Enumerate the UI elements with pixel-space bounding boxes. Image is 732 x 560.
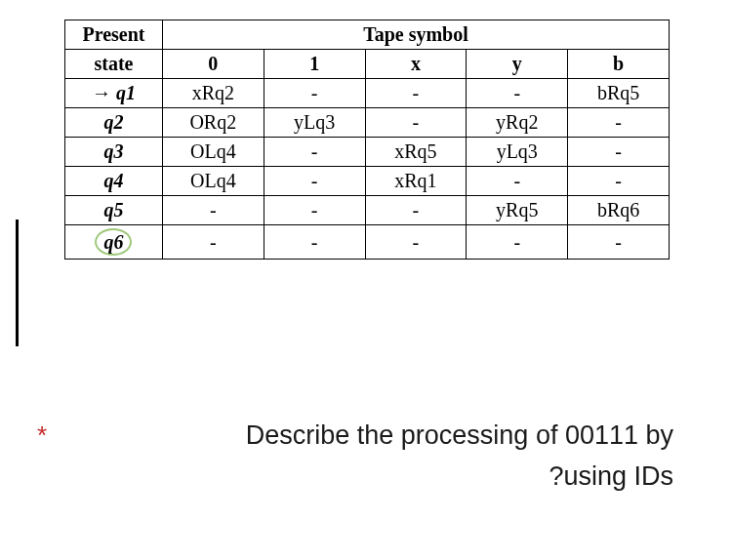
cell-1-1: yLq3 [264,108,365,138]
cell-4-4: bRq6 [568,196,670,225]
state-q2: q2 [65,108,163,138]
question-block: * Describe the processing of 00111 by ?u… [59,416,693,498]
cell-1-4: - [568,108,670,138]
cell-0-2: - [365,79,467,108]
question-line2: ?using IDs [549,461,673,491]
table-row: q5---yRq5bRq6 [65,196,670,225]
table-row: → q1xRq2---bRq5 [65,79,670,108]
cell-3-1: - [264,167,365,196]
table-row: q4OLq4-xRq1-- [65,167,670,196]
cell-4-3: yRq5 [467,196,568,225]
cell-1-3: yRq2 [467,108,568,138]
cell-5-0: - [162,225,264,260]
cell-4-0: - [162,196,264,225]
cell-3-0: OLq4 [162,167,264,196]
cell-5-2: - [365,225,467,260]
cell-0-4: bRq5 [568,79,670,108]
cell-2-4: - [568,138,670,167]
hdr-present-1: Present [65,20,163,50]
cell-5-1: - [264,225,365,260]
cell-0-3: - [467,79,568,108]
state-q4: q4 [65,167,163,196]
cell-3-4: - [568,167,670,196]
cell-3-3: - [467,167,568,196]
table-row: q2ORq2yLq3-yRq2- [65,108,670,138]
hdr-col-2: x [365,50,467,79]
cell-0-0: xRq2 [162,79,264,108]
hdr-col-1: 1 [264,50,365,79]
cell-4-2: - [365,196,467,225]
cell-2-3: yLq3 [467,138,568,167]
cell-5-4: - [568,225,670,260]
cell-2-1: - [264,138,365,167]
cell-2-0: OLq4 [162,138,264,167]
cell-1-2: - [365,108,467,138]
hdr-tape-symbol: Tape symbol [162,20,669,50]
required-asterisk: * [37,416,47,455]
hdr-col-3: y [467,50,568,79]
hdr-state: state [65,50,163,79]
cell-3-2: xRq1 [365,167,467,196]
turing-table: PresentTape symbolstate01xyb→ q1xRq2---b… [64,20,670,260]
cell-2-2: xRq5 [365,138,467,167]
cell-5-3: - [467,225,568,260]
cell-0-1: - [264,79,365,108]
table-row: q6----- [65,225,670,260]
question-line1: Describe the processing of 00111 by [246,420,673,450]
hdr-col-0: 0 [162,50,264,79]
cell-1-0: ORq2 [162,108,264,138]
state-q1: → q1 [65,79,163,108]
state-q6: q6 [65,225,163,260]
state-q5: q5 [65,196,163,225]
left-vertical-edge [16,220,19,346]
cell-4-1: - [264,196,365,225]
table-row: q3OLq4-xRq5yLq3- [65,138,670,167]
state-q3: q3 [65,138,163,167]
hdr-col-4: b [568,50,670,79]
